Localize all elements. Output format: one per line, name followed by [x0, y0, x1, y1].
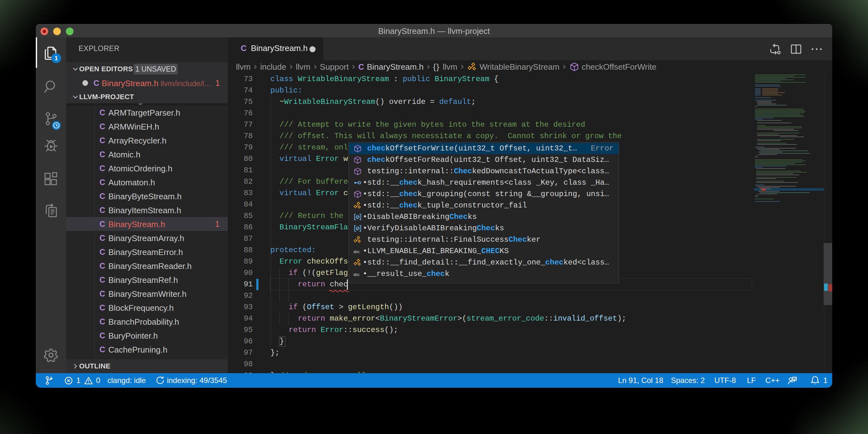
svg-text:abc: abc: [353, 249, 360, 254]
svg-text:abc: abc: [353, 272, 360, 277]
